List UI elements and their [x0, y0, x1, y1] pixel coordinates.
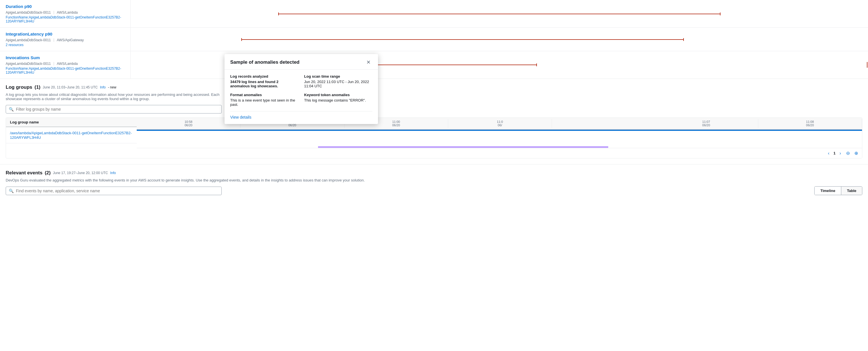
timeline-button[interactable]: Timeline: [814, 186, 841, 195]
view-details-link[interactable]: View details: [230, 115, 251, 119]
log-groups-count: (1): [34, 85, 40, 90]
metric-left-duration: Duration p90 ApigwLambdaDdbStack-0011 AW…: [0, 0, 131, 27]
modal-close-button[interactable]: ✕: [365, 59, 372, 66]
log-table-container: Log group name /aws/lambda/ApigwLambdaDd…: [6, 117, 862, 158]
events-search-icon: 🔍: [9, 188, 13, 193]
modal-grid: Log records analyzed 34479 log lines and…: [230, 74, 372, 107]
time-cell-gap: [552, 119, 654, 128]
metric-link-invocations[interactable]: FunctionName:ApigwLambdaDdbStack-0011-ge…: [6, 66, 125, 75]
time-1108: 11:08: [759, 120, 861, 123]
separator-invocations: [54, 62, 54, 65]
anomalies-modal: Sample of anomalies detected ✕ Log recor…: [224, 54, 378, 124]
format-anomalies-value: This is a new event type not seen in the…: [230, 98, 299, 107]
next-page-button[interactable]: ›: [838, 150, 843, 156]
log-table-row: /aws/lambda/ApigwLambdaDdbStack-0011-get…: [6, 127, 137, 143]
metric-resources-integration[interactable]: 2 resources: [6, 43, 125, 47]
time-1101: 11:0: [449, 120, 551, 123]
log-table-header: Log group name: [6, 118, 137, 127]
log-groups-search-input[interactable]: [16, 107, 219, 112]
metric-meta-invocations: ApigwLambdaDdbStack-0011 AWS/Lambda: [6, 62, 125, 66]
metric-left-invocations: Invocations Sum ApigwLambdaDdbStack-0011…: [0, 51, 131, 79]
log-groups-date: June 20, 11:03–June 20, 11:45 UTC: [43, 85, 97, 89]
anomaly-highlight-bar: [318, 146, 608, 148]
log-groups-new-badge: - new: [108, 85, 116, 89]
events-date: June 17, 19:27–June 20, 12:00 UTC: [53, 171, 108, 175]
events-header: Relevant events (2) June 17, 19:27–June …: [6, 170, 862, 176]
metric-service-duration: AWS/Lambda: [57, 10, 78, 14]
date-1108: 06/20: [759, 123, 861, 127]
metric-left-integration: IntegrationLatency p90 ApigwLambdaDdbSta…: [0, 28, 131, 51]
metric-link-duration[interactable]: FunctionName:ApigwLambdaDdbStack-0011-ge…: [6, 16, 125, 23]
keyword-token-field: Keyword token anomalies This log message…: [304, 93, 372, 107]
log-groups-title: Log groups: [6, 85, 32, 90]
events-info-link[interactable]: Info: [110, 171, 116, 175]
metric-title-duration[interactable]: Duration p90: [6, 4, 125, 9]
log-scan-value: Jun 20, 2022 11:03 UTC - Jun 20, 2022 11…: [304, 80, 372, 88]
metrics-section: Duration p90 ApigwLambdaDdbStack-0011 AW…: [0, 0, 868, 79]
date-1107: 06/20: [655, 123, 757, 127]
metric-meta-duration: ApigwLambdaDdbStack-0011 AWS/Lambda: [6, 10, 125, 14]
events-controls: 🔍 Timeline Table: [6, 186, 862, 195]
log-scan-field: Log scan time range Jun 20, 2022 11:03 U…: [304, 74, 372, 88]
modal-header: Sample of anomalies detected ✕: [224, 54, 378, 70]
prev-page-button[interactable]: ‹: [826, 150, 831, 156]
events-count: (2): [44, 170, 51, 176]
metric-title-integration[interactable]: IntegrationLatency p90: [6, 32, 125, 36]
metric-stack-integration: ApigwLambdaDdbStack-0011: [6, 38, 51, 42]
log-group-link[interactable]: /aws/lambda/ApigwLambdaDdbStack-0011-get…: [10, 131, 132, 140]
separator-duration: [54, 11, 54, 14]
table-button[interactable]: Table: [841, 186, 862, 195]
log-scan-label: Log scan time range: [304, 74, 372, 79]
chart-line-duration: [278, 13, 720, 14]
metric-meta-integration: ApigwLambdaDdbStack-0011 AWS/ApiGateway: [6, 38, 125, 42]
time-cell-1101: 11:0 06/: [448, 119, 552, 128]
log-records-field: Log records analyzed 34479 log lines and…: [230, 74, 299, 88]
modal-divider: [230, 111, 372, 112]
date-1101: 06/: [449, 123, 551, 127]
metric-service-invocations: AWS/Lambda: [57, 62, 78, 66]
format-anomalies-field: Format anomalies This is a new event typ…: [230, 93, 299, 107]
events-description: DevOps Guru evaluated the aggregated met…: [6, 178, 862, 182]
events-title: Relevant events: [6, 170, 42, 176]
log-groups-info-link[interactable]: Info: [100, 85, 106, 89]
log-groups-section: Log groups (1) June 20, 11:03–June 20, 1…: [0, 79, 868, 165]
metric-stack-duration: ApigwLambdaDdbStack-0011: [6, 10, 51, 14]
modal-body: Log records analyzed 34479 log lines and…: [224, 70, 378, 124]
chart-duration: [131, 0, 868, 27]
time-cell-1108: 11:08 06/20: [758, 119, 862, 128]
chart-line-integration: [241, 39, 684, 40]
events-search-box[interactable]: 🔍: [6, 186, 222, 195]
current-page: 1: [833, 151, 835, 155]
metric-row-duration: Duration p90 ApigwLambdaDdbStack-0011 AW…: [0, 0, 868, 28]
separator-integration: [54, 38, 54, 42]
log-records-value: 34479 log lines and found 2 anomalous lo…: [230, 80, 299, 88]
chart-bar-area: [137, 131, 862, 148]
chart-right-line-invocations: [867, 62, 867, 68]
metric-stack-invocations: ApigwLambdaDdbStack-0011: [6, 62, 51, 66]
modal-title: Sample of anomalies detected: [230, 59, 300, 65]
log-groups-description: A log group lets you know about critical…: [6, 92, 233, 101]
log-groups-search-icon: 🔍: [9, 107, 13, 112]
format-anomalies-label: Format anomalies: [230, 93, 299, 97]
events-search-input[interactable]: [16, 188, 219, 193]
zoom-out-button[interactable]: ⊖: [845, 150, 851, 156]
time-cell-1107: 11:07 06/20: [654, 119, 758, 128]
pagination-area: ‹ 1 › ⊖ ⊕: [137, 148, 862, 158]
metric-row-invocations: Invocations Sum ApigwLambdaDdbStack-0011…: [0, 51, 868, 79]
log-table-left: Log group name /aws/lambda/ApigwLambdaDd…: [6, 118, 137, 158]
chart-integration: [131, 28, 868, 51]
relevant-events-section: Relevant events (2) June 17, 19:27–June …: [0, 165, 868, 201]
metric-row-integration: IntegrationLatency p90 ApigwLambdaDdbSta…: [0, 28, 868, 51]
keyword-token-value: This log message contains "ERROR".: [304, 98, 372, 103]
metric-title-invocations[interactable]: Invocations Sum: [6, 55, 125, 60]
page-container: Duration p90 ApigwLambdaDdbStack-0011 AW…: [0, 0, 868, 201]
log-records-label: Log records analyzed: [230, 74, 299, 79]
keyword-token-label: Keyword token anomalies: [304, 93, 372, 97]
log-groups-search-box[interactable]: 🔍: [6, 105, 222, 114]
metric-service-integration: AWS/ApiGateway: [57, 38, 84, 42]
view-toggle: Timeline Table: [814, 186, 862, 195]
time-1107: 11:07: [655, 120, 757, 123]
zoom-in-button[interactable]: ⊕: [853, 150, 859, 156]
log-groups-header: Log groups (1) June 20, 11:03–June 20, 1…: [6, 85, 862, 90]
